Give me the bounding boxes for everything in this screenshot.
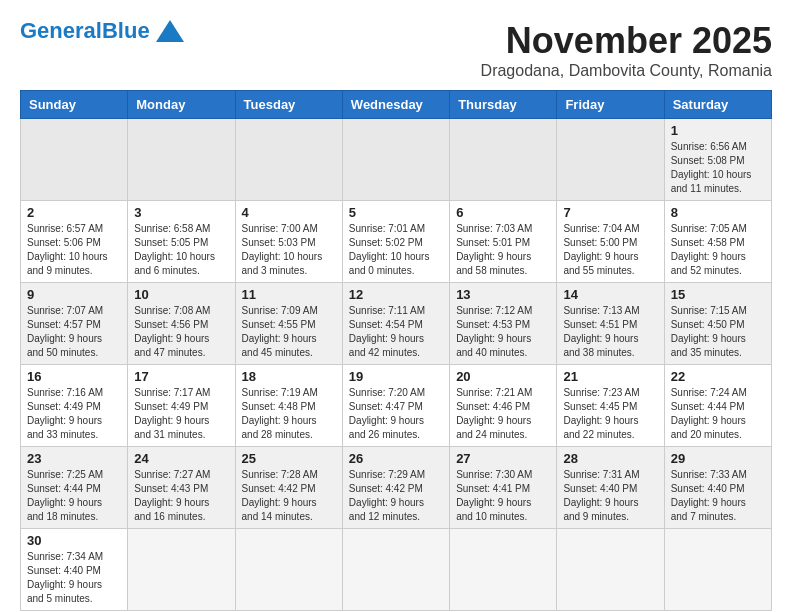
day-info: Sunrise: 7:19 AM Sunset: 4:48 PM Dayligh… [242, 386, 336, 442]
weekday-header-wednesday: Wednesday [342, 91, 449, 119]
weekday-header-saturday: Saturday [664, 91, 771, 119]
weekday-header-friday: Friday [557, 91, 664, 119]
calendar-week-row: 23Sunrise: 7:25 AM Sunset: 4:44 PM Dayli… [21, 447, 772, 529]
calendar-cell: 12Sunrise: 7:11 AM Sunset: 4:54 PM Dayli… [342, 283, 449, 365]
day-number: 21 [563, 369, 657, 384]
day-info: Sunrise: 7:29 AM Sunset: 4:42 PM Dayligh… [349, 468, 443, 524]
calendar-cell: 29Sunrise: 7:33 AM Sunset: 4:40 PM Dayli… [664, 447, 771, 529]
calendar-cell: 13Sunrise: 7:12 AM Sunset: 4:53 PM Dayli… [450, 283, 557, 365]
day-number: 20 [456, 369, 550, 384]
day-info: Sunrise: 6:56 AM Sunset: 5:08 PM Dayligh… [671, 140, 765, 196]
calendar-cell [235, 529, 342, 611]
calendar-cell: 7Sunrise: 7:04 AM Sunset: 5:00 PM Daylig… [557, 201, 664, 283]
day-number: 22 [671, 369, 765, 384]
day-info: Sunrise: 7:13 AM Sunset: 4:51 PM Dayligh… [563, 304, 657, 360]
day-number: 28 [563, 451, 657, 466]
weekday-header-thursday: Thursday [450, 91, 557, 119]
day-number: 8 [671, 205, 765, 220]
calendar-cell [21, 119, 128, 201]
weekday-header-tuesday: Tuesday [235, 91, 342, 119]
day-number: 14 [563, 287, 657, 302]
calendar-cell: 3Sunrise: 6:58 AM Sunset: 5:05 PM Daylig… [128, 201, 235, 283]
logo-text: GeneralBlue [20, 20, 150, 42]
calendar-cell [557, 119, 664, 201]
day-number: 23 [27, 451, 121, 466]
calendar-cell: 28Sunrise: 7:31 AM Sunset: 4:40 PM Dayli… [557, 447, 664, 529]
calendar-cell: 24Sunrise: 7:27 AM Sunset: 4:43 PM Dayli… [128, 447, 235, 529]
day-info: Sunrise: 7:00 AM Sunset: 5:03 PM Dayligh… [242, 222, 336, 278]
calendar-cell: 10Sunrise: 7:08 AM Sunset: 4:56 PM Dayli… [128, 283, 235, 365]
day-number: 13 [456, 287, 550, 302]
day-number: 26 [349, 451, 443, 466]
day-number: 7 [563, 205, 657, 220]
day-number: 19 [349, 369, 443, 384]
logo-triangle-icon [156, 20, 184, 42]
day-info: Sunrise: 7:16 AM Sunset: 4:49 PM Dayligh… [27, 386, 121, 442]
day-number: 29 [671, 451, 765, 466]
weekday-header-sunday: Sunday [21, 91, 128, 119]
day-info: Sunrise: 7:27 AM Sunset: 4:43 PM Dayligh… [134, 468, 228, 524]
calendar-cell: 22Sunrise: 7:24 AM Sunset: 4:44 PM Dayli… [664, 365, 771, 447]
calendar-cell: 6Sunrise: 7:03 AM Sunset: 5:01 PM Daylig… [450, 201, 557, 283]
day-number: 3 [134, 205, 228, 220]
calendar-cell [342, 529, 449, 611]
day-info: Sunrise: 7:17 AM Sunset: 4:49 PM Dayligh… [134, 386, 228, 442]
calendar-cell [342, 119, 449, 201]
day-info: Sunrise: 7:09 AM Sunset: 4:55 PM Dayligh… [242, 304, 336, 360]
day-number: 16 [27, 369, 121, 384]
calendar-cell: 30Sunrise: 7:34 AM Sunset: 4:40 PM Dayli… [21, 529, 128, 611]
day-info: Sunrise: 7:01 AM Sunset: 5:02 PM Dayligh… [349, 222, 443, 278]
day-number: 4 [242, 205, 336, 220]
calendar-cell [664, 529, 771, 611]
calendar-cell: 9Sunrise: 7:07 AM Sunset: 4:57 PM Daylig… [21, 283, 128, 365]
day-info: Sunrise: 7:05 AM Sunset: 4:58 PM Dayligh… [671, 222, 765, 278]
day-info: Sunrise: 7:11 AM Sunset: 4:54 PM Dayligh… [349, 304, 443, 360]
day-number: 18 [242, 369, 336, 384]
day-number: 2 [27, 205, 121, 220]
day-info: Sunrise: 7:15 AM Sunset: 4:50 PM Dayligh… [671, 304, 765, 360]
day-info: Sunrise: 6:58 AM Sunset: 5:05 PM Dayligh… [134, 222, 228, 278]
day-info: Sunrise: 7:33 AM Sunset: 4:40 PM Dayligh… [671, 468, 765, 524]
day-info: Sunrise: 7:08 AM Sunset: 4:56 PM Dayligh… [134, 304, 228, 360]
calendar-table: SundayMondayTuesdayWednesdayThursdayFrid… [20, 90, 772, 611]
day-info: Sunrise: 7:12 AM Sunset: 4:53 PM Dayligh… [456, 304, 550, 360]
calendar-cell: 21Sunrise: 7:23 AM Sunset: 4:45 PM Dayli… [557, 365, 664, 447]
day-number: 15 [671, 287, 765, 302]
calendar-cell: 8Sunrise: 7:05 AM Sunset: 4:58 PM Daylig… [664, 201, 771, 283]
day-info: Sunrise: 7:31 AM Sunset: 4:40 PM Dayligh… [563, 468, 657, 524]
day-number: 5 [349, 205, 443, 220]
day-info: Sunrise: 7:30 AM Sunset: 4:41 PM Dayligh… [456, 468, 550, 524]
calendar-cell: 2Sunrise: 6:57 AM Sunset: 5:06 PM Daylig… [21, 201, 128, 283]
day-number: 25 [242, 451, 336, 466]
day-number: 9 [27, 287, 121, 302]
calendar-week-row: 30Sunrise: 7:34 AM Sunset: 4:40 PM Dayli… [21, 529, 772, 611]
calendar-cell [450, 529, 557, 611]
calendar-cell: 17Sunrise: 7:17 AM Sunset: 4:49 PM Dayli… [128, 365, 235, 447]
calendar-cell: 23Sunrise: 7:25 AM Sunset: 4:44 PM Dayli… [21, 447, 128, 529]
calendar-cell: 15Sunrise: 7:15 AM Sunset: 4:50 PM Dayli… [664, 283, 771, 365]
calendar-cell [235, 119, 342, 201]
day-number: 6 [456, 205, 550, 220]
calendar-cell: 26Sunrise: 7:29 AM Sunset: 4:42 PM Dayli… [342, 447, 449, 529]
day-info: Sunrise: 6:57 AM Sunset: 5:06 PM Dayligh… [27, 222, 121, 278]
calendar-cell [128, 119, 235, 201]
calendar-cell: 11Sunrise: 7:09 AM Sunset: 4:55 PM Dayli… [235, 283, 342, 365]
day-info: Sunrise: 7:20 AM Sunset: 4:47 PM Dayligh… [349, 386, 443, 442]
calendar-header-row: SundayMondayTuesdayWednesdayThursdayFrid… [21, 91, 772, 119]
calendar-cell: 20Sunrise: 7:21 AM Sunset: 4:46 PM Dayli… [450, 365, 557, 447]
calendar-week-row: 9Sunrise: 7:07 AM Sunset: 4:57 PM Daylig… [21, 283, 772, 365]
day-number: 10 [134, 287, 228, 302]
logo-general: General [20, 18, 102, 43]
calendar-cell: 4Sunrise: 7:00 AM Sunset: 5:03 PM Daylig… [235, 201, 342, 283]
day-number: 30 [27, 533, 121, 548]
calendar-cell: 1Sunrise: 6:56 AM Sunset: 5:08 PM Daylig… [664, 119, 771, 201]
logo: GeneralBlue [20, 20, 184, 42]
calendar-cell: 16Sunrise: 7:16 AM Sunset: 4:49 PM Dayli… [21, 365, 128, 447]
calendar-cell [450, 119, 557, 201]
day-info: Sunrise: 7:03 AM Sunset: 5:01 PM Dayligh… [456, 222, 550, 278]
calendar-cell: 19Sunrise: 7:20 AM Sunset: 4:47 PM Dayli… [342, 365, 449, 447]
day-info: Sunrise: 7:25 AM Sunset: 4:44 PM Dayligh… [27, 468, 121, 524]
calendar-week-row: 16Sunrise: 7:16 AM Sunset: 4:49 PM Dayli… [21, 365, 772, 447]
calendar-week-row: 2Sunrise: 6:57 AM Sunset: 5:06 PM Daylig… [21, 201, 772, 283]
title-area: November 2025 Dragodana, Dambovita Count… [481, 20, 772, 80]
